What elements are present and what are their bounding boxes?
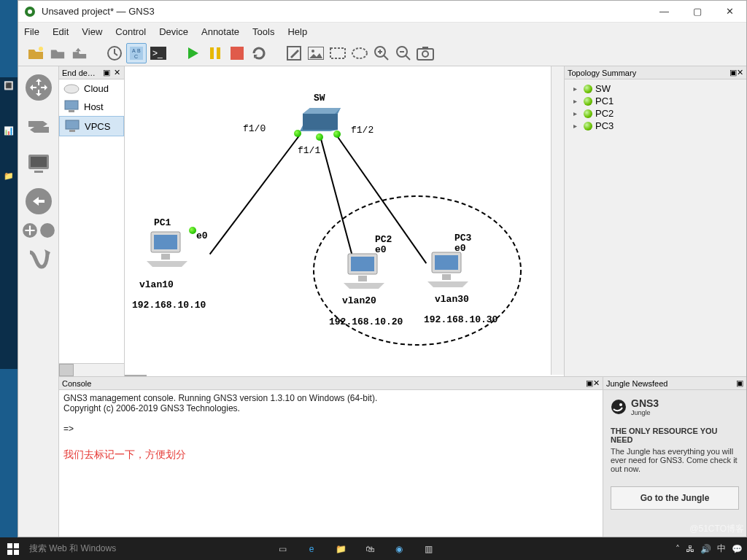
- svg-rect-31: [65, 101, 78, 109]
- network-icon[interactable]: 🖧: [686, 544, 694, 554]
- menu-annotate[interactable]: Annotate: [201, 26, 239, 37]
- newsfeed-undock-icon[interactable]: ▣: [736, 378, 743, 388]
- port-f12[interactable]: [333, 131, 341, 138]
- menu-edit[interactable]: Edit: [53, 26, 69, 37]
- annotate-button[interactable]: [284, 43, 304, 63]
- switch-node[interactable]: [300, 106, 344, 133]
- status-dot-icon: [584, 85, 592, 93]
- pc1-vlan: vlan10: [139, 279, 174, 290]
- palette-item-cloud[interactable]: Cloud: [59, 79, 124, 97]
- edge-icon[interactable]: e: [303, 541, 320, 557]
- svg-rect-33: [66, 120, 79, 129]
- start-button[interactable]: [0, 537, 26, 560]
- palette-undock-icon[interactable]: ▣: [102, 68, 111, 77]
- device-toolbar: [18, 66, 59, 537]
- console-output[interactable]: GNS3 management console. Running GNS3 ve…: [59, 390, 603, 537]
- tree-node-pc3[interactable]: ▸PC3: [568, 120, 743, 132]
- palette-item-host[interactable]: Host: [59, 97, 124, 116]
- port-pc1-e0[interactable]: [189, 227, 196, 234]
- snapshot-button[interactable]: [104, 43, 125, 63]
- security-button[interactable]: [22, 184, 55, 218]
- tree-node-sw[interactable]: ▸SW: [568, 82, 743, 95]
- window-title: Unsaved project* — GNS3: [42, 6, 155, 17]
- port-f10[interactable]: [294, 130, 301, 137]
- svg-point-30: [64, 85, 79, 93]
- newsfeed-body: The Jungle has everything you will ever …: [611, 447, 739, 473]
- menu-file[interactable]: File: [24, 26, 39, 37]
- menu-tools[interactable]: Tools: [252, 26, 274, 37]
- ellipse-button[interactable]: [349, 43, 370, 63]
- export-button[interactable]: [69, 43, 90, 63]
- panel-undock-icon[interactable]: ▣: [729, 68, 737, 77]
- pc3-node[interactable]: [427, 251, 468, 287]
- save-button[interactable]: [47, 43, 68, 63]
- titlebar: Unsaved project* — GNS3 — ▢ ✕: [18, 1, 746, 23]
- screenshot-button[interactable]: [415, 43, 436, 63]
- zoom-out-button[interactable]: [393, 43, 414, 63]
- tray-expand-icon[interactable]: ˄: [676, 544, 680, 554]
- menu-control[interactable]: Control: [115, 26, 146, 37]
- tree-node-pc2[interactable]: ▸PC2: [568, 107, 743, 120]
- gns3-task-icon[interactable]: ▥: [420, 541, 436, 557]
- go-to-jungle-button[interactable]: Go to the Jungle: [611, 486, 739, 510]
- pc2-label: PC2: [375, 234, 392, 245]
- taskbar-search[interactable]: 搜索 Web 和 Windows: [26, 542, 231, 555]
- svg-text:B: B: [137, 48, 141, 53]
- palette-scrollbar[interactable]: [59, 363, 124, 376]
- palette-item-vpcs[interactable]: VPCS: [59, 116, 124, 136]
- maximize-button[interactable]: ▢: [681, 1, 713, 22]
- routers-button[interactable]: [22, 71, 55, 104]
- all-devices-button[interactable]: [22, 222, 38, 238]
- start-all-button[interactable]: [183, 43, 204, 63]
- ime-icon[interactable]: 中: [717, 542, 726, 555]
- svg-rect-36: [154, 235, 177, 249]
- cloud-icon: [63, 82, 80, 94]
- zoom-in-button[interactable]: [371, 43, 392, 63]
- link-button[interactable]: [22, 243, 55, 276]
- explorer-icon[interactable]: 📁: [333, 541, 349, 557]
- menubar: File Edit View Control Device Annotate T…: [18, 23, 746, 40]
- image-button[interactable]: [306, 43, 326, 63]
- pc3-vlan: vlan30: [435, 294, 469, 305]
- svg-text:C: C: [134, 54, 138, 59]
- svg-rect-32: [69, 110, 74, 112]
- minimize-button[interactable]: —: [648, 1, 681, 22]
- console-button[interactable]: >_: [148, 43, 169, 63]
- label-f10: f1/0: [243, 123, 266, 134]
- canvas-vscroll[interactable]: [551, 66, 564, 375]
- topology-canvas[interactable]: SW f1/0 f1/1 f1/2: [125, 66, 551, 375]
- store-icon[interactable]: 🛍: [362, 541, 378, 557]
- port-f11[interactable]: [316, 133, 323, 141]
- menu-device[interactable]: Device: [159, 26, 188, 37]
- svg-rect-41: [358, 276, 367, 281]
- console-undock-icon[interactable]: ▣: [586, 378, 593, 388]
- browse-button[interactable]: [39, 222, 55, 238]
- newsfeed-title: Jungle Newsfeed: [606, 379, 736, 388]
- volume-icon[interactable]: 🔊: [700, 544, 711, 554]
- palette-close-icon[interactable]: ✕: [112, 68, 121, 77]
- stop-all-button[interactable]: [227, 43, 247, 63]
- menu-help[interactable]: Help: [287, 26, 307, 37]
- browser-icon[interactable]: ◉: [391, 541, 407, 557]
- console-close-icon[interactable]: ✕: [593, 378, 600, 388]
- rectangle-button[interactable]: [328, 43, 348, 63]
- end-devices-button[interactable]: [22, 147, 55, 180]
- svg-rect-50: [14, 550, 19, 555]
- show-labels-button[interactable]: ABC: [126, 43, 147, 63]
- tree-node-pc1[interactable]: ▸PC1: [568, 95, 743, 107]
- pc3-iface: e0: [454, 243, 466, 254]
- pause-all-button[interactable]: [205, 43, 225, 63]
- svg-rect-22: [422, 47, 428, 50]
- task-view-icon[interactable]: ▭: [274, 541, 290, 557]
- canvas-hscroll[interactable]: [125, 375, 564, 376]
- pc2-node[interactable]: [344, 252, 384, 289]
- reload-button[interactable]: [249, 43, 269, 63]
- notifications-icon[interactable]: 💬: [732, 544, 743, 554]
- open-button[interactable]: [26, 43, 46, 63]
- panel-close-icon[interactable]: ✕: [737, 68, 743, 77]
- menu-view[interactable]: View: [82, 26, 102, 37]
- pc1-node[interactable]: [147, 230, 187, 267]
- close-button[interactable]: ✕: [713, 1, 746, 22]
- palette-title: End de…: [62, 69, 101, 77]
- switches-button[interactable]: [22, 109, 55, 142]
